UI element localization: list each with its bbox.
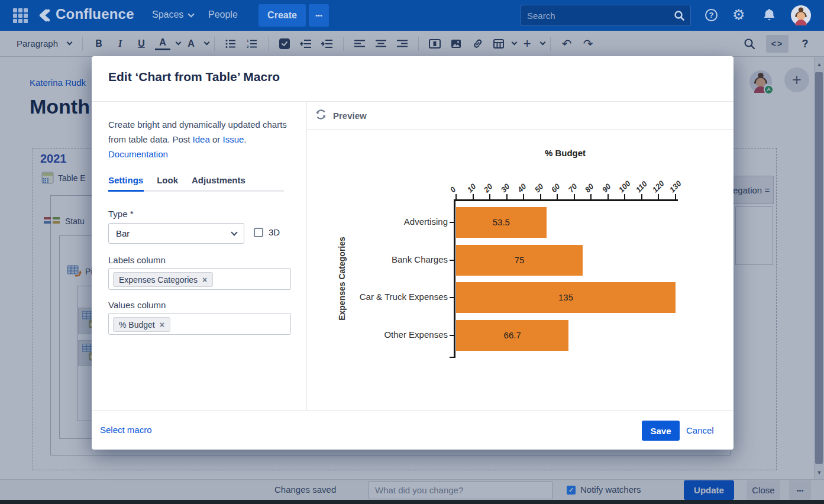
x-tick-label: 110 (634, 179, 649, 195)
x-tick-label: 100 (617, 179, 633, 195)
chevron-down-icon (188, 11, 195, 17)
edit-macro-dialog: Edit ‘Chart from Table’ Macro Create bri… (92, 56, 733, 450)
bar-bank-charges: 75 (456, 245, 583, 276)
x-tick-label: 10 (465, 182, 478, 195)
x-tick-label: 120 (651, 179, 667, 195)
x-axis (454, 199, 678, 201)
search-input[interactable] (527, 5, 663, 25)
nav-more-button[interactable]: ••• (309, 4, 329, 27)
help-icon[interactable]: ? (705, 9, 718, 21)
select-macro-link[interactable]: Select macro (100, 425, 152, 435)
user-avatar[interactable] (791, 5, 811, 28)
x-tick-label: 60 (550, 182, 563, 195)
bar-car-truck-expenses: 135 (456, 282, 676, 313)
save-button[interactable]: Save (642, 421, 680, 441)
x-tick-label: 70 (566, 182, 579, 195)
y-axis (454, 199, 455, 358)
x-tick-label: 40 (516, 182, 529, 195)
nav-spaces[interactable]: Spaces (152, 9, 192, 20)
x-tick-label: 130 (668, 179, 684, 195)
chart-y-axis-label: Expenses Categories (337, 225, 347, 332)
confluence-logo-icon[interactable] (35, 8, 51, 25)
app-switcher-icon[interactable] (13, 8, 28, 23)
search-box[interactable] (521, 5, 691, 26)
category-label: Other Expenses (340, 329, 448, 340)
bar-advertising: 53.5 (456, 207, 547, 238)
category-label: Advertising (340, 217, 448, 227)
create-button[interactable]: Create (258, 4, 306, 27)
app-header: Confluence Spaces People Create ••• ? ⚙ (0, 0, 824, 31)
bar-other-expenses: 66.7 (456, 320, 568, 351)
search-icon[interactable] (674, 10, 685, 24)
x-tick-label: 0 (448, 185, 458, 195)
chart-preview: % Budget Expenses Categories 01020304050… (92, 56, 733, 450)
x-tick-label: 90 (600, 182, 613, 195)
notifications-bell-icon[interactable] (762, 8, 777, 25)
x-tick-label: 20 (482, 182, 495, 195)
category-label: Bank Charges (340, 254, 448, 264)
chart-title: % Budget (455, 148, 675, 158)
gear-icon[interactable]: ⚙ (732, 7, 745, 23)
category-label: Car & Truck Expenses (340, 292, 448, 302)
confluence-wordmark[interactable]: Confluence (56, 6, 134, 22)
x-tick-label: 30 (499, 182, 512, 195)
x-tick-label: 50 (532, 182, 545, 195)
nav-people[interactable]: People (208, 9, 238, 20)
cancel-button[interactable]: Cancel (686, 425, 714, 435)
x-tick-label: 80 (583, 182, 596, 195)
